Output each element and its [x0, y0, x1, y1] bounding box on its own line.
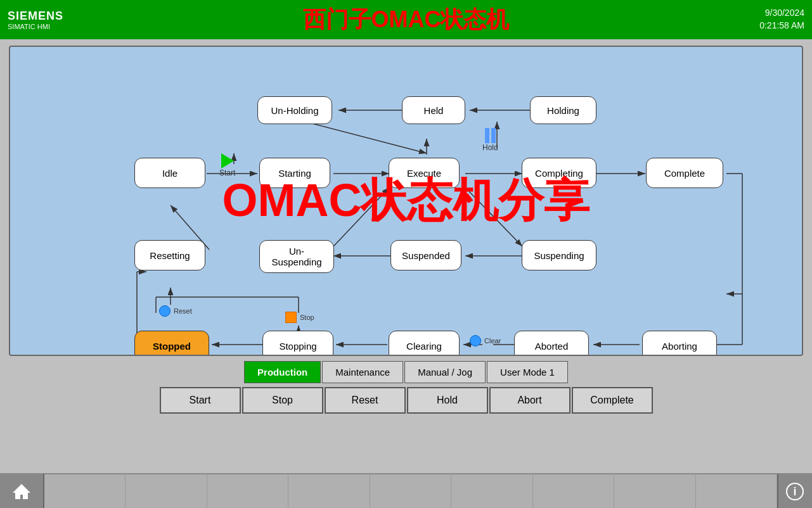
- stop-action-button[interactable]: Stop: [242, 387, 323, 414]
- taskbar-slot-7: [533, 474, 614, 508]
- state-holding: Holding: [530, 96, 596, 124]
- state-resetting: Resetting: [134, 240, 205, 270]
- state-suspending: Suspending: [522, 240, 596, 270]
- home-button[interactable]: [0, 474, 44, 508]
- taskbar-slot-3: [207, 474, 288, 508]
- state-machine-diagram: Un-Holding Held Holding Hold Idle Start: [9, 46, 803, 356]
- taskbar-slot-5: [370, 474, 451, 508]
- svg-line-17: [465, 187, 522, 246]
- svg-line-20: [333, 187, 389, 246]
- state-execute: Execute: [389, 158, 460, 188]
- siemens-subtitle: SIMATIC HMI: [8, 23, 63, 30]
- state-clearing: Clearing: [389, 331, 460, 356]
- state-unholding: Un-Holding: [257, 96, 332, 124]
- main-content: Un-Holding Held Holding Hold Idle Start: [0, 39, 812, 420]
- state-stopped: Stopped: [134, 331, 209, 356]
- taskbar: i: [0, 473, 812, 508]
- complete-action-button[interactable]: Complete: [572, 387, 653, 414]
- reset-signal: Reset: [159, 305, 192, 317]
- svg-text:i: i: [794, 485, 797, 498]
- svg-line-16: [305, 122, 427, 153]
- state-stopping: Stopping: [262, 331, 333, 356]
- info-button[interactable]: i: [777, 474, 812, 508]
- mode-manual-jog-button[interactable]: Manual / Jog: [404, 361, 486, 383]
- taskbar-slot-4: [288, 474, 370, 508]
- state-complete: Complete: [646, 158, 723, 188]
- datetime-display: 9/30/2024 0:21:58 AM: [759, 7, 804, 32]
- reset-action-button[interactable]: Reset: [325, 387, 406, 414]
- siemens-logo: SIEMENS SIMATIC HMI: [8, 10, 63, 30]
- taskbar-slot-6: [451, 474, 532, 508]
- clear-signal: Clear: [470, 335, 501, 346]
- siemens-brand: SIEMENS: [8, 10, 63, 23]
- state-starting: Starting: [259, 158, 330, 188]
- date-display: 9/30/2024: [759, 7, 804, 20]
- mode-maintenance-button[interactable]: Maintenance: [322, 361, 403, 383]
- stop-signal: Stop: [285, 312, 314, 323]
- header: SIEMENS SIMATIC HMI 西门子OMAC状态机 9/30/2024…: [0, 0, 812, 39]
- state-idle: Idle: [134, 158, 205, 188]
- state-held: Held: [402, 96, 465, 124]
- mode-production-button[interactable]: Production: [244, 361, 321, 383]
- state-suspended: Suspended: [390, 240, 461, 270]
- arrows-overlay: [10, 47, 802, 355]
- state-completing: Completing: [522, 158, 596, 188]
- state-aborted: Aborted: [514, 331, 589, 356]
- mode-user-mode-1-button[interactable]: User Mode 1: [487, 361, 568, 383]
- svg-marker-34: [13, 484, 30, 499]
- time-display: 0:21:58 AM: [759, 20, 804, 32]
- page-title: 西门子OMAC状态机: [303, 4, 510, 35]
- taskbar-slot-1: [44, 474, 126, 508]
- taskbar-slot-9: [696, 474, 777, 508]
- taskbar-slot-2: [126, 474, 207, 508]
- start-signal: Start: [219, 153, 235, 177]
- mode-buttons: Production Maintenance Manual / Jog User…: [9, 361, 803, 383]
- state-aborting: Aborting: [642, 331, 717, 356]
- hold-signal: Hold: [482, 128, 498, 152]
- bottom-controls: Production Maintenance Manual / Jog User…: [9, 361, 803, 414]
- abort-action-button[interactable]: Abort: [489, 387, 570, 414]
- hold-action-button[interactable]: Hold: [407, 387, 488, 414]
- start-action-button[interactable]: Start: [160, 387, 241, 414]
- action-buttons: Start Stop Reset Hold Abort Complete: [9, 387, 803, 414]
- taskbar-slot-8: [614, 474, 695, 508]
- state-unsuspending: Un- Suspending: [259, 240, 334, 273]
